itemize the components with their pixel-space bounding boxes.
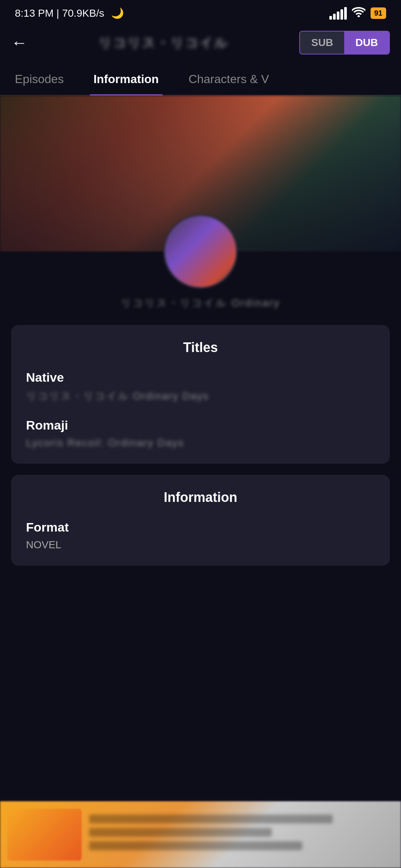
ad-thumbnail — [7, 809, 82, 861]
character-avatar — [163, 214, 238, 289]
character-name: リコリス・リコイル Ordinary — [121, 296, 280, 310]
status-icons: 91 — [329, 7, 386, 20]
status-time-speed: 8:13 PM | 70.9KB/s 🌙 — [15, 7, 124, 19]
format-label: Format — [26, 520, 375, 535]
ad-banner — [0, 801, 401, 868]
tab-navigation: Episodes Information Characters & V — [0, 62, 401, 96]
sub-toggle-button[interactable]: SUB — [300, 32, 344, 54]
romaji-title-field: Romaji Lycoris Recoil: Ordinary Days — [26, 418, 375, 449]
tab-information[interactable]: Information — [90, 62, 163, 95]
content-section: Titles Native リコリス・リコイル Ordinary Days Ro… — [0, 310, 401, 581]
moon-icon: 🌙 — [111, 7, 124, 19]
page-title: リコリス・リコイル — [35, 34, 292, 52]
status-speed: | — [56, 7, 62, 19]
ad-text-line-3 — [89, 841, 302, 850]
back-button[interactable]: ← — [11, 34, 27, 51]
information-card-heading: Information — [26, 490, 375, 505]
romaji-value: Lycoris Recoil: Ordinary Days — [26, 437, 375, 449]
romaji-label: Romaji — [26, 418, 375, 433]
signal-strength-icon — [329, 7, 347, 20]
information-card: Information Format NOVEL — [11, 475, 390, 566]
status-network-speed: 70.9KB/s — [62, 7, 104, 19]
format-field: Format NOVEL — [26, 520, 375, 551]
ad-text-line-2 — [89, 828, 272, 837]
tab-characters[interactable]: Characters & V — [185, 62, 273, 95]
battery-indicator: 91 — [371, 7, 386, 19]
native-value: リコリス・リコイル Ordinary Days — [26, 389, 375, 403]
ad-text-area — [89, 815, 394, 855]
format-value: NOVEL — [26, 539, 375, 551]
native-label: Native — [26, 370, 375, 385]
status-bar: 8:13 PM | 70.9KB/s 🌙 91 — [0, 0, 401, 23]
status-time: 8:13 PM — [15, 7, 53, 19]
sub-dub-toggle: SUB DUB — [299, 31, 390, 55]
tab-episodes[interactable]: Episodes — [11, 62, 68, 95]
titles-card: Titles Native リコリス・リコイル Ordinary Days Ro… — [11, 325, 390, 464]
wifi-icon — [352, 7, 365, 20]
dub-toggle-button[interactable]: DUB — [344, 32, 389, 54]
character-section: リコリス・リコイル Ordinary — [0, 214, 401, 310]
native-title-field: Native リコリス・リコイル Ordinary Days — [26, 370, 375, 403]
ad-text-line-1 — [89, 815, 333, 823]
top-navigation: ← リコリス・リコイル SUB DUB — [0, 23, 401, 62]
titles-card-heading: Titles — [26, 340, 375, 355]
